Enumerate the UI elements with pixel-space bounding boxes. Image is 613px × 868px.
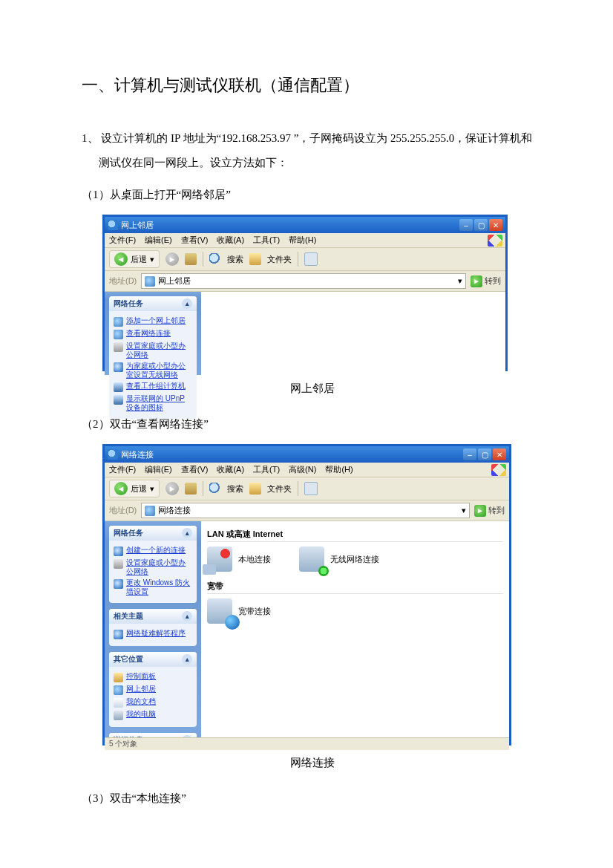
task-new-connection[interactable]: 创建一个新的连接 xyxy=(114,546,192,556)
paragraph-3: （2）双击“查看网络连接” xyxy=(82,412,542,437)
paragraph-4: （3）双击“本地连接” xyxy=(82,786,542,811)
icon-broadband-connection[interactable]: 宽带连接 xyxy=(207,598,271,624)
panel-header[interactable]: 网络任务 ▴ xyxy=(109,526,197,541)
menu-fav[interactable]: 收藏(A) xyxy=(217,235,244,246)
paragraph-1: 1、 设立计算机的 IP 地址为“192.168.253.97 ”，子网掩码设立… xyxy=(82,126,542,175)
menu-help[interactable]: 帮助(H) xyxy=(289,235,316,246)
content-area xyxy=(201,292,505,301)
forward-button[interactable]: ► xyxy=(165,252,179,266)
collapse-icon: ▴ xyxy=(182,298,192,309)
task-view-connections[interactable]: 查看网络连接 xyxy=(114,329,192,339)
task-add-place[interactable]: 添加一个网上邻居 xyxy=(114,316,192,327)
views-button[interactable] xyxy=(304,482,318,495)
address-icon xyxy=(145,506,155,516)
toolbar: ◄ 后退 ▾ ► 搜索 文件夹 xyxy=(105,248,505,271)
globe-icon xyxy=(114,317,123,327)
page-heading: 一、计算机与测试仪联机（通信配置） xyxy=(82,74,542,97)
address-label: 地址(D) xyxy=(109,505,137,516)
go-button[interactable]: ► 转到 xyxy=(474,505,505,517)
menu-advanced[interactable]: 高级(N) xyxy=(289,464,316,475)
menu-file[interactable]: 文件(F) xyxy=(109,235,136,246)
panel-header[interactable]: 相关主题 ▴ xyxy=(109,609,197,624)
address-value: 网络连接 xyxy=(158,505,191,516)
related-troubleshoot[interactable]: 网络疑难解答程序 xyxy=(114,629,192,639)
firewall-icon xyxy=(114,579,123,589)
icon-label: 无线网络连接 xyxy=(330,554,379,565)
close-button[interactable]: ✕ xyxy=(489,219,502,231)
task-setup-network[interactable]: 设置家庭或小型办公网络 xyxy=(114,342,192,359)
task-firewall[interactable]: 更改 Windows 防火墙设置 xyxy=(114,578,192,596)
icon-label: 宽带连接 xyxy=(238,606,271,617)
up-folder-button[interactable] xyxy=(185,253,197,265)
network-tasks-panel: 网络任务 ▴ 创建一个新的连接 设置家庭或小型办公网络 更改 Windows 防… xyxy=(109,526,197,603)
minimize-button[interactable]: – xyxy=(463,448,476,460)
menu-view[interactable]: 查看(V) xyxy=(181,235,209,246)
menu-view[interactable]: 查看(V) xyxy=(181,464,209,475)
minimize-button[interactable]: – xyxy=(459,219,473,231)
related-topics-panel: 相关主题 ▴ 网络疑难解答程序 xyxy=(109,609,197,646)
menu-file[interactable]: 文件(F) xyxy=(109,464,136,475)
panel-header[interactable]: 网络任务 ▴ xyxy=(109,296,197,311)
menu-edit[interactable]: 编辑(E) xyxy=(145,235,172,246)
windows-flag-icon xyxy=(488,235,502,247)
computer-icon xyxy=(114,711,123,720)
forward-button[interactable]: ► xyxy=(165,482,179,495)
folders-icon xyxy=(249,483,261,495)
titlebar[interactable]: 网上邻居 – ▢ ✕ xyxy=(105,217,505,233)
windows-flag-icon xyxy=(491,464,506,476)
menu-tools[interactable]: 工具(T) xyxy=(253,235,280,246)
menu-fav[interactable]: 收藏(A) xyxy=(217,464,244,475)
task-setup-network[interactable]: 设置家庭或小型办公网络 xyxy=(114,558,192,576)
app-icon xyxy=(108,449,118,460)
address-bar: 地址(D) 网上邻居 ▾ ► 转到 xyxy=(105,271,505,292)
home-network-icon xyxy=(114,559,123,569)
go-label: 转到 xyxy=(488,505,505,516)
search-button[interactable]: 搜索 xyxy=(227,483,243,495)
dropdown-icon: ▾ xyxy=(150,255,154,264)
maximize-button[interactable]: ▢ xyxy=(474,219,488,231)
place-network-places[interactable]: 网上邻居 xyxy=(114,685,192,695)
icon-wireless-connection[interactable]: 无线网络连接 xyxy=(299,546,379,572)
wireless-icon xyxy=(114,362,123,372)
place-my-documents[interactable]: 我的文档 xyxy=(114,697,192,708)
up-folder-button[interactable] xyxy=(185,483,197,495)
task-setup-wireless[interactable]: 为家庭或小型办公室设置无线网络 xyxy=(114,362,192,379)
titlebar[interactable]: 网络连接 – ▢ ✕ xyxy=(105,446,509,463)
menu-help[interactable]: 帮助(H) xyxy=(325,464,353,475)
panel-header[interactable]: 详细信息 ▴ xyxy=(109,733,197,737)
address-value: 网上邻居 xyxy=(158,275,191,287)
address-input[interactable]: 网络连接 ▾ xyxy=(141,503,470,518)
search-button[interactable]: 搜索 xyxy=(227,254,243,265)
paragraph-2: （1）从桌面上打开“网络邻居” xyxy=(82,183,542,207)
task-view-workgroup[interactable]: 查看工作组计算机 xyxy=(114,382,192,392)
icon-label: 本地连接 xyxy=(238,554,271,565)
close-button[interactable]: ✕ xyxy=(493,448,506,460)
status-text: 5 个对象 xyxy=(109,739,137,749)
panel-header[interactable]: 其它位置 ▴ xyxy=(109,652,197,667)
dropdown-icon[interactable]: ▾ xyxy=(458,276,462,286)
views-button[interactable] xyxy=(304,252,318,266)
dropdown-icon[interactable]: ▾ xyxy=(462,506,466,515)
go-arrow-icon: ► xyxy=(471,275,482,287)
back-label: 后退 xyxy=(131,483,147,495)
menu-tools[interactable]: 工具(T) xyxy=(253,464,280,475)
address-input[interactable]: 网上邻居 ▾ xyxy=(141,273,466,289)
go-button[interactable]: ► 转到 xyxy=(471,275,501,287)
icon-local-area-connection[interactable]: 本地连接 xyxy=(207,546,271,572)
place-my-computer[interactable]: 我的电脑 xyxy=(114,710,192,720)
separator xyxy=(203,481,203,496)
task-show-upnp[interactable]: 显示联网的 UPnP 设备的图标 xyxy=(114,394,192,412)
section-wan: 宽带 xyxy=(207,581,503,594)
folders-button[interactable]: 文件夹 xyxy=(267,483,292,495)
workgroup-icon xyxy=(114,382,123,392)
panel-title: 详细信息 xyxy=(114,735,143,737)
separator xyxy=(298,252,298,267)
place-control-panel[interactable]: 控制面板 xyxy=(114,672,192,682)
folders-button[interactable]: 文件夹 xyxy=(267,254,292,265)
maximize-button[interactable]: ▢ xyxy=(478,448,491,460)
section-lan: LAN 或高速 Internet xyxy=(207,529,503,542)
menu-edit[interactable]: 编辑(E) xyxy=(145,464,172,475)
back-arrow-icon: ◄ xyxy=(114,252,128,266)
back-button[interactable]: ◄ 后退 ▾ xyxy=(109,480,160,497)
back-button[interactable]: ◄ 后退 ▾ xyxy=(109,250,160,268)
